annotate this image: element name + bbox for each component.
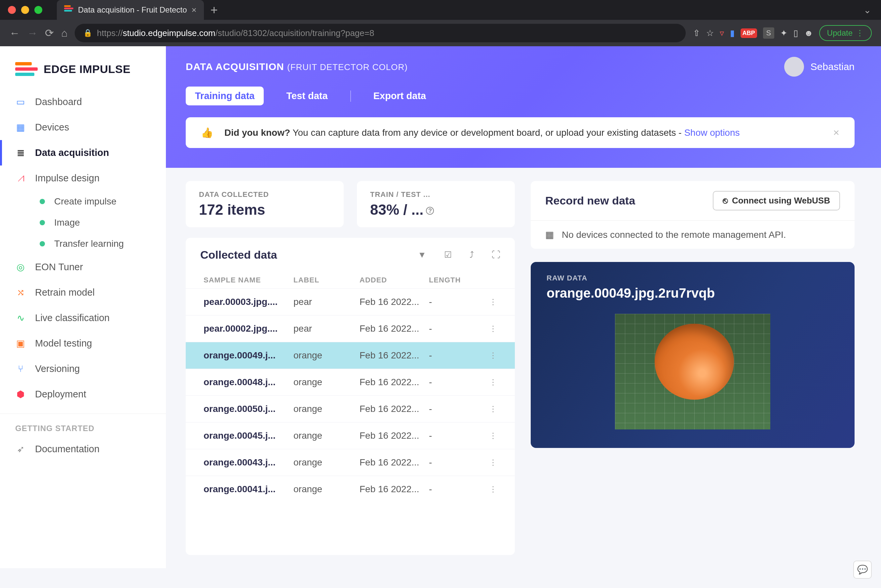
row-menu-icon[interactable]: ⋮: [489, 484, 497, 494]
pulse-icon: ⩘: [15, 173, 26, 184]
select-all-icon[interactable]: ☑: [444, 250, 452, 260]
browser-toolbar: ← → ⟳ ⌂ 🔒 https://studio.edgeimpulse.com…: [0, 20, 881, 46]
forward-button[interactable]: →: [27, 27, 38, 39]
sample-name: orange.00043.j...: [204, 457, 293, 468]
row-menu-icon[interactable]: ⋮: [489, 324, 497, 333]
upload-icon[interactable]: ⤴: [470, 250, 474, 260]
row-menu-icon[interactable]: ⋮: [489, 458, 497, 467]
filter-icon[interactable]: ▼: [418, 250, 426, 260]
sidebar-item-documentation[interactable]: ➶Documentation: [0, 436, 166, 462]
row-menu-icon[interactable]: ⋮: [489, 351, 497, 360]
sidebar-item-eon-tuner[interactable]: ◎EON Tuner: [0, 254, 166, 280]
tab-overflow-icon[interactable]: ⌄: [863, 4, 881, 15]
reload-button[interactable]: ⟳: [45, 27, 54, 39]
home-button[interactable]: ⌂: [61, 27, 68, 39]
window-maximize-dot[interactable]: [35, 6, 42, 14]
branch-icon: ⑂: [15, 364, 26, 374]
bookmark-icon[interactable]: ☆: [706, 28, 714, 38]
table-row[interactable]: orange.00045.j...orangeFeb 16 2022...-⋮: [186, 422, 515, 449]
window-minimize-dot[interactable]: [21, 6, 29, 14]
close-tab-icon[interactable]: ×: [191, 5, 196, 15]
sidebar-item-versioning[interactable]: ⑂Versioning: [0, 356, 166, 381]
sidepanel-icon[interactable]: ▯: [794, 28, 798, 38]
table-row[interactable]: pear.00002.jpg....pearFeb 16 2022...-⋮: [186, 315, 515, 342]
link-icon: ⎋: [723, 195, 728, 206]
sidebar-item-data-acquisition[interactable]: ≣Data acquisition: [0, 140, 166, 165]
sidebar-item-retrain[interactable]: ⤭Retrain model: [0, 280, 166, 305]
pocket-icon[interactable]: ▿: [720, 28, 724, 38]
col-header-added[interactable]: ADDED: [360, 276, 429, 284]
table-row[interactable]: orange.00049.j...orangeFeb 16 2022...-⋮: [186, 342, 515, 369]
extension-icon-1[interactable]: ▮: [730, 28, 735, 38]
col-header-length[interactable]: LENGTH: [429, 276, 475, 284]
table-row[interactable]: orange.00050.j...orangeFeb 16 2022...-⋮: [186, 395, 515, 422]
sample-length: -: [429, 323, 475, 334]
sample-label: orange: [293, 430, 360, 441]
sample-name: pear.00003.jpg....: [204, 297, 293, 307]
sample-preview-image: [615, 314, 770, 429]
user-menu[interactable]: Sebastian: [784, 57, 855, 76]
tab-export-data[interactable]: Export data: [364, 87, 435, 105]
col-header-label[interactable]: LABEL: [293, 276, 360, 284]
new-tab-button[interactable]: +: [204, 3, 224, 17]
feedback-button[interactable]: 💬: [853, 561, 872, 579]
table-row[interactable]: orange.00041.j...orangeFeb 16 2022...-⋮: [186, 476, 515, 502]
sample-added: Feb 16 2022...: [360, 350, 429, 361]
sample-length: -: [429, 297, 475, 307]
sample-name: orange.00041.j...: [204, 484, 293, 495]
no-devices-text: No devices connected to the remote manag…: [562, 230, 786, 240]
sidebar-subitem-create-impulse[interactable]: Create impulse: [0, 191, 166, 212]
url-bar[interactable]: 🔒 https://studio.edgeimpulse.com/studio/…: [75, 24, 685, 42]
raw-data-label: RAW DATA: [546, 274, 839, 282]
dot-icon: [40, 220, 45, 225]
share-icon[interactable]: ⇧: [693, 28, 700, 38]
sidebar-item-live-classification[interactable]: ∿Live classification: [0, 305, 166, 331]
table-row[interactable]: pear.00003.jpg....pearFeb 16 2022...-⋮: [186, 288, 515, 315]
sidebar-subitem-image[interactable]: Image: [0, 212, 166, 233]
connect-webusb-button[interactable]: ⎋Connect using WebUSB: [713, 191, 840, 210]
left-column: DATA COLLECTED 172 items TRAIN / TEST ..…: [186, 181, 515, 555]
target-icon: ◎: [15, 262, 26, 273]
tab-title: Data acquisition - Fruit Detecto: [78, 5, 187, 15]
profile-avatar-icon[interactable]: ☻: [804, 28, 813, 38]
expand-icon[interactable]: ⛶: [492, 250, 500, 260]
window-close-dot[interactable]: [8, 6, 16, 14]
sidebar-item-deployment[interactable]: ⬢Deployment: [0, 381, 166, 407]
thumbs-up-icon: 👍: [201, 127, 213, 138]
row-menu-icon[interactable]: ⋮: [489, 404, 497, 414]
sample-name: orange.00048.j...: [204, 377, 293, 387]
row-menu-icon[interactable]: ⋮: [489, 378, 497, 387]
row-menu-icon[interactable]: ⋮: [489, 297, 497, 306]
wave-icon: ∿: [15, 312, 26, 323]
stat-card-split: TRAIN / TEST ... 83% / ...?: [357, 181, 515, 227]
raw-data-card: RAW DATA orange.00049.jpg.2ru7rvqb: [531, 262, 855, 448]
browser-tab-active[interactable]: Data acquisition - Fruit Detecto ×: [57, 0, 204, 20]
tab-training-data[interactable]: Training data: [186, 87, 264, 105]
sidebar-item-dashboard[interactable]: ▭Dashboard: [0, 89, 166, 115]
extension-s-icon[interactable]: S: [763, 27, 774, 39]
sample-label: orange: [293, 377, 360, 387]
show-options-link[interactable]: Show options: [684, 128, 740, 138]
monitor-icon: ▭: [15, 96, 26, 107]
adblock-icon[interactable]: ABP: [741, 28, 757, 38]
stat-value: 172 items: [199, 201, 330, 218]
close-banner-icon[interactable]: ×: [833, 126, 839, 139]
back-button[interactable]: ←: [9, 27, 20, 39]
sample-length: -: [429, 377, 475, 387]
extensions-puzzle-icon[interactable]: ✦: [780, 28, 788, 38]
col-header-name[interactable]: SAMPLE NAME: [204, 276, 293, 284]
sidebar-item-devices[interactable]: ▦Devices: [0, 115, 166, 140]
help-icon[interactable]: ?: [426, 207, 434, 215]
logo[interactable]: EDGE IMPULSE: [0, 54, 166, 89]
browser-update-button[interactable]: Update⋮: [819, 25, 872, 41]
table-row[interactable]: orange.00048.j...orangeFeb 16 2022...-⋮: [186, 369, 515, 395]
sidebar-item-model-testing[interactable]: ▣Model testing: [0, 331, 166, 356]
tab-test-data[interactable]: Test data: [277, 87, 337, 105]
sample-added: Feb 16 2022...: [360, 457, 429, 468]
logo-text: EDGE IMPULSE: [44, 63, 131, 76]
row-menu-icon[interactable]: ⋮: [489, 431, 497, 440]
table-row[interactable]: orange.00043.j...orangeFeb 16 2022...-⋮: [186, 449, 515, 476]
sidebar-item-impulse-design[interactable]: ⩘Impulse design: [0, 165, 166, 191]
sidebar: EDGE IMPULSE ▭Dashboard ▦Devices ≣Data a…: [0, 46, 166, 568]
sidebar-subitem-transfer-learning[interactable]: Transfer learning: [0, 233, 166, 254]
